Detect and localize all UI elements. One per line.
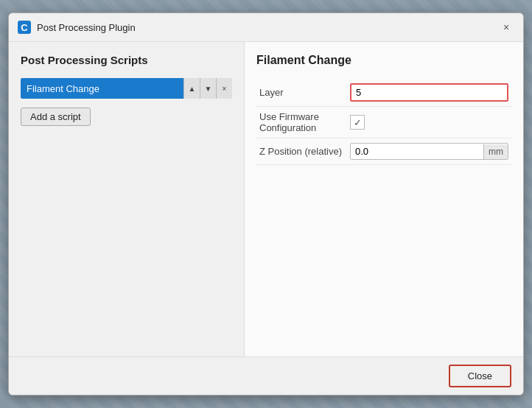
title-bar-left: C Post Processing Plugin xyxy=(18,21,136,34)
form-row-layer: Layer xyxy=(256,79,511,107)
dialog-body: Post Processing Scripts Filament Change … xyxy=(9,42,523,356)
layer-label: Layer xyxy=(256,79,347,107)
window-title: Post Processing Plugin xyxy=(37,22,136,33)
left-panel: Post Processing Scripts Filament Change … xyxy=(9,42,245,356)
zposition-label: Z Position (relative) xyxy=(256,138,347,165)
mm-input-wrapper: mm xyxy=(350,143,508,160)
right-panel-title: Filament Change xyxy=(256,54,511,67)
dialog: C Post Processing Plugin × Post Processi… xyxy=(8,13,524,395)
right-panel: Filament Change Layer xyxy=(245,42,523,356)
script-remove-button[interactable]: × xyxy=(216,78,232,99)
dialog-footer: Close xyxy=(9,356,523,395)
firmware-label: Use Firmware Configuration xyxy=(256,107,347,138)
window-close-button[interactable]: × xyxy=(498,19,514,35)
script-item-label: Filament Change xyxy=(21,83,183,94)
form-row-firmware: Use Firmware Configuration ✓ xyxy=(256,107,511,138)
layer-input[interactable] xyxy=(350,83,508,102)
script-move-up-button[interactable]: ▲ xyxy=(183,78,200,99)
close-button[interactable]: Close xyxy=(449,365,511,387)
app-icon: C xyxy=(18,21,31,34)
script-list-buttons: ▲ ▼ × xyxy=(183,78,232,99)
add-script-button[interactable]: Add a script xyxy=(21,108,91,126)
script-list-item[interactable]: Filament Change ▲ ▼ × xyxy=(21,78,232,99)
left-panel-title: Post Processing Scripts xyxy=(21,54,232,66)
form-row-zposition: Z Position (relative) mm xyxy=(256,138,511,165)
layer-value xyxy=(347,79,511,107)
zposition-input[interactable] xyxy=(351,144,483,159)
script-move-down-button[interactable]: ▼ xyxy=(200,78,216,99)
mm-unit-label: mm xyxy=(483,144,508,159)
zposition-value: mm xyxy=(347,138,511,165)
firmware-checkbox[interactable]: ✓ xyxy=(350,115,365,130)
title-bar: C Post Processing Plugin × xyxy=(9,13,523,42)
firmware-value: ✓ xyxy=(347,107,511,138)
form-table: Layer Use Firmware Configuration xyxy=(256,79,511,165)
